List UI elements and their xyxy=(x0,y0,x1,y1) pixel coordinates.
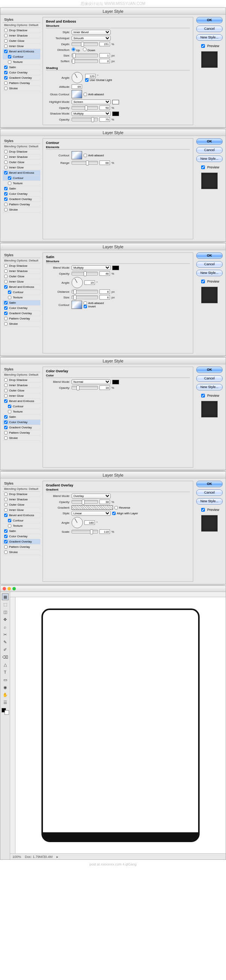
style-item-stroke[interactable]: Stroke xyxy=(3,86,40,91)
angle-dial[interactable] xyxy=(72,277,83,288)
style-checkbox[interactable] xyxy=(4,81,8,85)
style-checkbox[interactable] xyxy=(4,545,8,549)
value-input[interactable]: 118 xyxy=(99,529,110,534)
value-input[interactable]: 0 xyxy=(99,59,110,63)
cancel-button[interactable]: Cancel xyxy=(196,490,223,496)
style-checkbox[interactable] xyxy=(4,322,8,326)
ruler-vertical[interactable] xyxy=(10,597,16,853)
blending-options[interactable]: Blending Options: Default xyxy=(3,487,40,492)
ok-button[interactable]: OK xyxy=(196,481,223,487)
style-item-inner-shadow[interactable]: Inner Shadow xyxy=(3,383,40,388)
style-item-outer-glow[interactable]: Outer Glow xyxy=(3,160,40,165)
tool-icon[interactable]: ◫ xyxy=(2,608,9,615)
style-item-inner-shadow[interactable]: Inner Shadow xyxy=(3,497,40,502)
tool-icon[interactable]: ▦ xyxy=(2,593,9,600)
style-item-drop-shadow[interactable]: Drop Shadow xyxy=(3,377,40,383)
style-checkbox[interactable] xyxy=(4,65,8,69)
style-checkbox[interactable] xyxy=(4,87,8,90)
style-checkbox[interactable] xyxy=(4,203,8,206)
angle-dial[interactable] xyxy=(72,72,83,83)
preview-checkbox[interactable]: Preview xyxy=(200,43,219,49)
up-radio[interactable] xyxy=(72,48,75,51)
styles-header[interactable]: Styles xyxy=(3,17,40,22)
ruler-horizontal[interactable] xyxy=(10,592,226,597)
style-checkbox[interactable] xyxy=(4,312,8,315)
style-checkbox[interactable] xyxy=(4,540,8,543)
value-input[interactable]: 75 xyxy=(99,117,110,122)
angle-input[interactable]: 120 xyxy=(85,74,95,78)
style-item-bevel-and-emboss[interactable]: Bevel and Emboss xyxy=(3,49,40,54)
style-item-outer-glow[interactable]: Outer Glow xyxy=(3,274,40,279)
new-style-button[interactable]: New Style... xyxy=(196,156,223,162)
tool-icon[interactable]: ⌫ xyxy=(2,654,9,660)
ok-button[interactable]: OK xyxy=(196,367,223,373)
style-item-satin[interactable]: Satin xyxy=(3,300,40,305)
style-checkbox[interactable] xyxy=(4,508,8,512)
style-item-satin[interactable]: Satin xyxy=(3,414,40,420)
global-light-checkbox[interactable] xyxy=(85,78,89,82)
value-input[interactable]: 46 xyxy=(99,271,110,276)
style-item-drop-shadow[interactable]: Drop Shadow xyxy=(3,492,40,497)
value-input[interactable]: 38 xyxy=(99,500,110,504)
zoom-level[interactable]: 100% xyxy=(13,855,21,859)
dialog-title[interactable]: Layer Style xyxy=(0,8,226,15)
slider[interactable] xyxy=(72,530,98,533)
contour-picker[interactable] xyxy=(72,301,82,309)
style-item-satin[interactable]: Satin xyxy=(3,65,40,70)
slider[interactable] xyxy=(72,272,98,275)
style-item-bevel-and-emboss[interactable]: Bevel and Emboss xyxy=(3,399,40,404)
close-icon[interactable] xyxy=(3,587,6,590)
blending-options[interactable]: Blending Options: Default xyxy=(3,22,40,28)
style-checkbox[interactable] xyxy=(4,29,8,32)
direction-radios[interactable]: Up Down xyxy=(72,48,95,52)
ok-button[interactable]: OK xyxy=(196,253,223,259)
style-item-texture[interactable]: Texture xyxy=(3,181,40,186)
style-checkbox[interactable] xyxy=(4,269,8,273)
style-item-satin[interactable]: Satin xyxy=(3,529,40,534)
dialog-title[interactable]: Layer Style xyxy=(0,358,226,364)
preview-checkbox[interactable]: Preview xyxy=(200,507,219,513)
style-item-pattern-overlay[interactable]: Pattern Overlay xyxy=(3,202,40,207)
style-checkbox[interactable] xyxy=(4,192,8,196)
minimize-icon[interactable] xyxy=(8,587,11,590)
style-checkbox[interactable] xyxy=(8,519,11,522)
style-item-inner-glow[interactable]: Inner Glow xyxy=(3,508,40,513)
dialog-title[interactable]: Layer Style xyxy=(0,129,226,136)
style-checkbox[interactable] xyxy=(4,280,8,283)
style-checkbox[interactable] xyxy=(4,197,8,201)
antialias-checkbox[interactable] xyxy=(84,154,87,157)
style-checkbox[interactable] xyxy=(4,171,8,175)
style-checkbox[interactable] xyxy=(4,503,8,506)
style-item-contour[interactable]: Contour xyxy=(3,518,40,523)
cancel-button[interactable]: Cancel xyxy=(196,375,223,382)
preview-checkbox[interactable]: Preview xyxy=(200,393,219,399)
angle-dial[interactable] xyxy=(72,517,83,528)
style-item-pattern-overlay[interactable]: Pattern Overlay xyxy=(3,544,40,550)
style-item-contour[interactable]: Contour xyxy=(3,54,40,59)
style-item-inner-glow[interactable]: Inner Glow xyxy=(3,393,40,399)
style-item-outer-glow[interactable]: Outer Glow xyxy=(3,502,40,508)
style-item-outer-glow[interactable]: Outer Glow xyxy=(3,38,40,44)
style-checkbox[interactable] xyxy=(8,524,11,528)
style-item-gradient-overlay[interactable]: Gradient Overlay xyxy=(3,311,40,316)
style-item-gradient-overlay[interactable]: Gradient Overlay xyxy=(3,197,40,202)
style-item-drop-shadow[interactable]: Drop Shadow xyxy=(3,149,40,154)
antialias-checkbox[interactable] xyxy=(84,301,87,305)
style-item-gradient-overlay[interactable]: Gradient Overlay xyxy=(3,75,40,81)
style-item-texture[interactable]: Texture xyxy=(3,59,40,65)
new-style-button[interactable]: New Style... xyxy=(196,34,223,41)
blending-options[interactable]: Blending Options: Default xyxy=(3,258,40,263)
style-item-texture[interactable]: Texture xyxy=(3,523,40,529)
style-checkbox[interactable] xyxy=(4,161,8,164)
dropdown[interactable]: Normal xyxy=(72,379,111,384)
style-checkbox[interactable] xyxy=(8,291,11,294)
slider[interactable] xyxy=(72,386,98,390)
tool-icon[interactable]: ✂ xyxy=(2,631,9,638)
style-item-color-overlay[interactable]: Color Overlay xyxy=(3,191,40,197)
style-checkbox[interactable] xyxy=(8,405,11,408)
tool-icon[interactable]: ✥ xyxy=(2,616,9,623)
styles-header[interactable]: Styles xyxy=(3,138,40,144)
style-item-inner-shadow[interactable]: Inner Shadow xyxy=(3,154,40,160)
style-checkbox[interactable] xyxy=(4,275,8,278)
style-item-pattern-overlay[interactable]: Pattern Overlay xyxy=(3,430,40,436)
